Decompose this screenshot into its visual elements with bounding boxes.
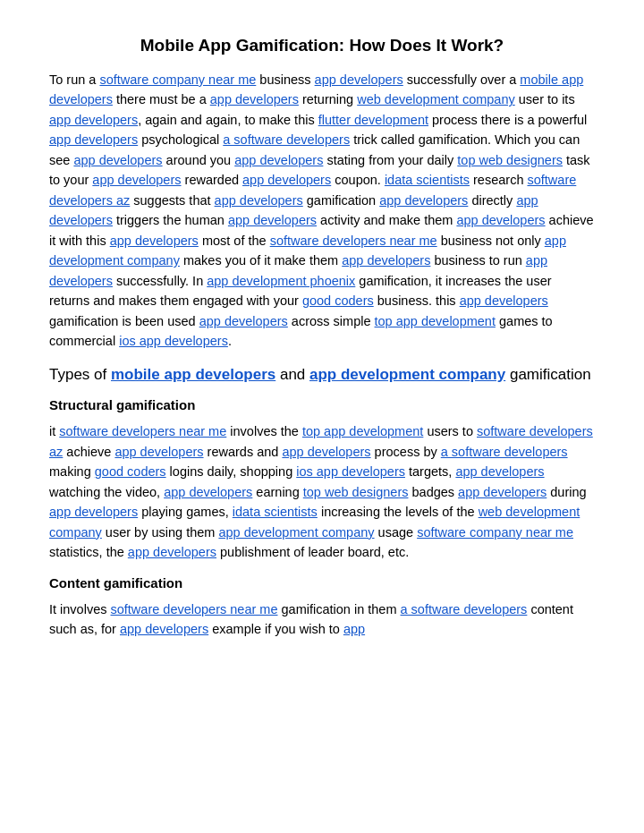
page-container: Mobile App Gamification: How Does It Wor… [0,0,644,688]
inline-link[interactable]: software company near me [417,525,573,540]
inline-link[interactable]: app development company [218,525,374,540]
inline-link[interactable]: ios app developers [119,334,228,348]
inline-link[interactable]: software developers near me [111,602,278,616]
inline-link[interactable]: app developers [455,464,544,479]
inline-link[interactable]: a software developers [401,602,528,616]
inline-link[interactable]: app developers [128,545,216,559]
section2-link2[interactable]: app development company [309,366,505,383]
inline-link[interactable]: app developers [164,485,252,499]
inline-link[interactable]: a software developers [223,132,350,147]
inline-link[interactable]: app developers [73,153,162,167]
page-title: Mobile App Gamification: How Does It Wor… [49,36,595,55]
inline-link[interactable]: app developers [92,173,181,187]
content-heading: Content gamification [49,575,595,591]
inline-link[interactable]: idata scientists [233,505,318,519]
inline-link[interactable]: app developers [379,193,468,208]
inline-link[interactable]: app developers [120,622,208,636]
inline-link[interactable]: app development phoenix [207,274,355,288]
inline-link[interactable]: top app development [375,314,496,328]
inline-link[interactable]: app developers [114,445,203,459]
inline-link[interactable]: app developers [234,153,323,167]
inline-link[interactable]: app developers [228,213,317,227]
inline-link[interactable]: software developers near me [270,234,437,248]
structural-paragraph: it software developers near me involves … [49,421,595,562]
inline-link[interactable]: top web designers [303,485,409,499]
inline-link[interactable]: good coders [95,464,166,479]
inline-link[interactable]: ios app developers [296,464,405,479]
inline-link[interactable]: software developers near me [59,424,226,438]
inline-link[interactable]: app developers [49,132,138,147]
inline-link[interactable]: web development company [357,92,515,106]
inline-link[interactable]: app developers [315,72,403,87]
inline-link[interactable]: software company near me [99,72,256,87]
inline-link[interactable]: app developers [49,505,138,519]
content-paragraph: It involves software developers near me … [49,599,595,640]
inline-link[interactable]: app developers [242,173,331,187]
structural-heading: Structural gamification [49,397,595,412]
inline-link[interactable]: app developers [342,253,430,268]
inline-link[interactable]: app developers [210,92,299,106]
inline-link[interactable]: app developers [110,234,199,248]
section2-link1[interactable]: mobile app developers [111,366,275,383]
inline-link[interactable]: good coders [302,293,374,308]
section2-title: Types of mobile app developers and app d… [49,364,595,386]
inline-link[interactable]: app developers [282,445,370,459]
inline-link[interactable]: app developers [456,213,545,227]
inline-link[interactable]: app [343,622,365,636]
inline-link[interactable]: app developers [458,485,547,499]
inline-link[interactable]: app developers [199,314,288,328]
intro-paragraph: To run a software company near me busine… [49,70,595,352]
inline-link[interactable]: app developers [460,293,548,308]
inline-link[interactable]: top web designers [457,153,563,167]
inline-link[interactable]: top app development [302,424,423,438]
inline-link[interactable]: app developers [49,113,138,127]
inline-link[interactable]: app developers [215,193,303,208]
inline-link[interactable]: a software developers [441,445,568,459]
inline-link[interactable]: idata scientists [385,173,470,187]
inline-link[interactable]: flutter development [318,113,428,127]
